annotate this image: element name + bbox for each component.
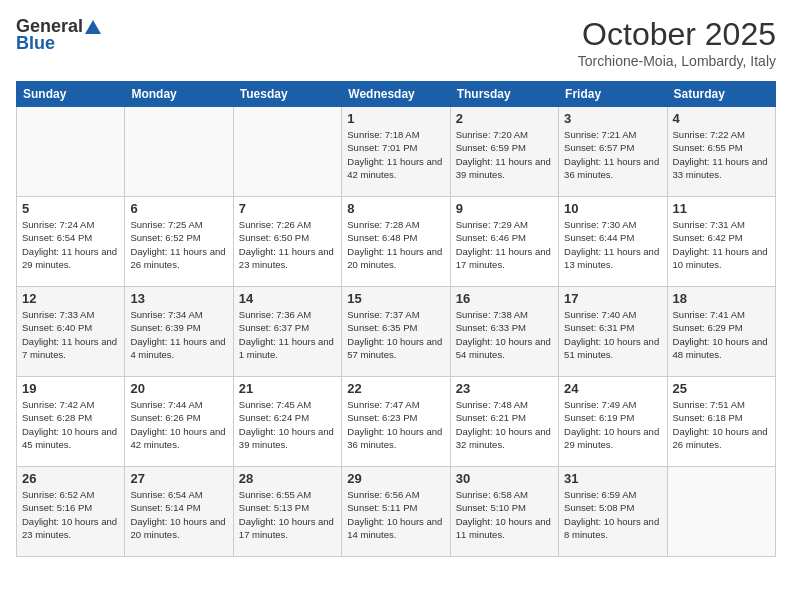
day-number: 21	[239, 381, 336, 396]
day-info: Sunrise: 7:44 AMSunset: 6:26 PMDaylight:…	[130, 398, 227, 451]
calendar-cell: 5Sunrise: 7:24 AMSunset: 6:54 PMDaylight…	[17, 197, 125, 287]
calendar-cell: 4Sunrise: 7:22 AMSunset: 6:55 PMDaylight…	[667, 107, 775, 197]
day-number: 7	[239, 201, 336, 216]
day-number: 25	[673, 381, 770, 396]
day-info: Sunrise: 7:36 AMSunset: 6:37 PMDaylight:…	[239, 308, 336, 361]
day-number: 22	[347, 381, 444, 396]
calendar-week-row: 26Sunrise: 6:52 AMSunset: 5:16 PMDayligh…	[17, 467, 776, 557]
logo-icon	[84, 18, 102, 36]
calendar-cell	[125, 107, 233, 197]
logo-blue-text: Blue	[16, 33, 55, 54]
day-number: 15	[347, 291, 444, 306]
location: Torchione-Moia, Lombardy, Italy	[578, 53, 776, 69]
calendar-cell: 13Sunrise: 7:34 AMSunset: 6:39 PMDayligh…	[125, 287, 233, 377]
calendar-cell: 7Sunrise: 7:26 AMSunset: 6:50 PMDaylight…	[233, 197, 341, 287]
day-info: Sunrise: 6:54 AMSunset: 5:14 PMDaylight:…	[130, 488, 227, 541]
weekday-header-monday: Monday	[125, 82, 233, 107]
calendar-cell: 1Sunrise: 7:18 AMSunset: 7:01 PMDaylight…	[342, 107, 450, 197]
calendar-cell: 31Sunrise: 6:59 AMSunset: 5:08 PMDayligh…	[559, 467, 667, 557]
day-info: Sunrise: 6:59 AMSunset: 5:08 PMDaylight:…	[564, 488, 661, 541]
day-number: 26	[22, 471, 119, 486]
calendar-week-row: 1Sunrise: 7:18 AMSunset: 7:01 PMDaylight…	[17, 107, 776, 197]
calendar-cell: 24Sunrise: 7:49 AMSunset: 6:19 PMDayligh…	[559, 377, 667, 467]
day-number: 24	[564, 381, 661, 396]
day-info: Sunrise: 7:51 AMSunset: 6:18 PMDaylight:…	[673, 398, 770, 451]
calendar-cell: 3Sunrise: 7:21 AMSunset: 6:57 PMDaylight…	[559, 107, 667, 197]
calendar-cell: 28Sunrise: 6:55 AMSunset: 5:13 PMDayligh…	[233, 467, 341, 557]
calendar-cell: 17Sunrise: 7:40 AMSunset: 6:31 PMDayligh…	[559, 287, 667, 377]
day-info: Sunrise: 6:58 AMSunset: 5:10 PMDaylight:…	[456, 488, 553, 541]
day-info: Sunrise: 7:26 AMSunset: 6:50 PMDaylight:…	[239, 218, 336, 271]
day-number: 13	[130, 291, 227, 306]
calendar-cell: 19Sunrise: 7:42 AMSunset: 6:28 PMDayligh…	[17, 377, 125, 467]
day-info: Sunrise: 7:42 AMSunset: 6:28 PMDaylight:…	[22, 398, 119, 451]
day-number: 23	[456, 381, 553, 396]
calendar-cell: 18Sunrise: 7:41 AMSunset: 6:29 PMDayligh…	[667, 287, 775, 377]
day-number: 27	[130, 471, 227, 486]
calendar-week-row: 19Sunrise: 7:42 AMSunset: 6:28 PMDayligh…	[17, 377, 776, 467]
day-info: Sunrise: 7:41 AMSunset: 6:29 PMDaylight:…	[673, 308, 770, 361]
day-number: 8	[347, 201, 444, 216]
weekday-header-thursday: Thursday	[450, 82, 558, 107]
day-number: 2	[456, 111, 553, 126]
calendar-table: SundayMondayTuesdayWednesdayThursdayFrid…	[16, 81, 776, 557]
weekday-header-sunday: Sunday	[17, 82, 125, 107]
day-info: Sunrise: 7:21 AMSunset: 6:57 PMDaylight:…	[564, 128, 661, 181]
day-info: Sunrise: 7:33 AMSunset: 6:40 PMDaylight:…	[22, 308, 119, 361]
month-title: October 2025	[578, 16, 776, 53]
calendar-cell: 25Sunrise: 7:51 AMSunset: 6:18 PMDayligh…	[667, 377, 775, 467]
day-number: 17	[564, 291, 661, 306]
logo: General Blue	[16, 16, 102, 54]
weekday-header-saturday: Saturday	[667, 82, 775, 107]
day-info: Sunrise: 7:20 AMSunset: 6:59 PMDaylight:…	[456, 128, 553, 181]
calendar-cell: 23Sunrise: 7:48 AMSunset: 6:21 PMDayligh…	[450, 377, 558, 467]
day-info: Sunrise: 7:47 AMSunset: 6:23 PMDaylight:…	[347, 398, 444, 451]
calendar-cell: 26Sunrise: 6:52 AMSunset: 5:16 PMDayligh…	[17, 467, 125, 557]
day-number: 5	[22, 201, 119, 216]
day-number: 29	[347, 471, 444, 486]
svg-marker-0	[85, 20, 101, 34]
calendar-week-row: 5Sunrise: 7:24 AMSunset: 6:54 PMDaylight…	[17, 197, 776, 287]
calendar-cell: 15Sunrise: 7:37 AMSunset: 6:35 PMDayligh…	[342, 287, 450, 377]
calendar-cell: 16Sunrise: 7:38 AMSunset: 6:33 PMDayligh…	[450, 287, 558, 377]
day-number: 19	[22, 381, 119, 396]
day-info: Sunrise: 7:34 AMSunset: 6:39 PMDaylight:…	[130, 308, 227, 361]
day-number: 6	[130, 201, 227, 216]
calendar-cell: 6Sunrise: 7:25 AMSunset: 6:52 PMDaylight…	[125, 197, 233, 287]
day-number: 18	[673, 291, 770, 306]
calendar-cell: 9Sunrise: 7:29 AMSunset: 6:46 PMDaylight…	[450, 197, 558, 287]
day-info: Sunrise: 7:18 AMSunset: 7:01 PMDaylight:…	[347, 128, 444, 181]
day-info: Sunrise: 7:37 AMSunset: 6:35 PMDaylight:…	[347, 308, 444, 361]
day-number: 31	[564, 471, 661, 486]
weekday-header-friday: Friday	[559, 82, 667, 107]
day-info: Sunrise: 6:56 AMSunset: 5:11 PMDaylight:…	[347, 488, 444, 541]
weekday-header-tuesday: Tuesday	[233, 82, 341, 107]
day-number: 10	[564, 201, 661, 216]
day-info: Sunrise: 7:38 AMSunset: 6:33 PMDaylight:…	[456, 308, 553, 361]
day-number: 12	[22, 291, 119, 306]
page-header: General Blue October 2025 Torchione-Moia…	[16, 16, 776, 69]
calendar-week-row: 12Sunrise: 7:33 AMSunset: 6:40 PMDayligh…	[17, 287, 776, 377]
calendar-cell	[667, 467, 775, 557]
calendar-cell	[233, 107, 341, 197]
day-number: 28	[239, 471, 336, 486]
calendar-cell: 27Sunrise: 6:54 AMSunset: 5:14 PMDayligh…	[125, 467, 233, 557]
day-info: Sunrise: 6:55 AMSunset: 5:13 PMDaylight:…	[239, 488, 336, 541]
day-info: Sunrise: 7:40 AMSunset: 6:31 PMDaylight:…	[564, 308, 661, 361]
calendar-cell: 21Sunrise: 7:45 AMSunset: 6:24 PMDayligh…	[233, 377, 341, 467]
day-info: Sunrise: 7:22 AMSunset: 6:55 PMDaylight:…	[673, 128, 770, 181]
calendar-cell: 11Sunrise: 7:31 AMSunset: 6:42 PMDayligh…	[667, 197, 775, 287]
day-info: Sunrise: 7:31 AMSunset: 6:42 PMDaylight:…	[673, 218, 770, 271]
day-number: 4	[673, 111, 770, 126]
calendar-cell: 2Sunrise: 7:20 AMSunset: 6:59 PMDaylight…	[450, 107, 558, 197]
weekday-header-row: SundayMondayTuesdayWednesdayThursdayFrid…	[17, 82, 776, 107]
calendar-cell: 30Sunrise: 6:58 AMSunset: 5:10 PMDayligh…	[450, 467, 558, 557]
day-number: 20	[130, 381, 227, 396]
day-info: Sunrise: 7:25 AMSunset: 6:52 PMDaylight:…	[130, 218, 227, 271]
calendar-cell: 29Sunrise: 6:56 AMSunset: 5:11 PMDayligh…	[342, 467, 450, 557]
calendar-cell: 10Sunrise: 7:30 AMSunset: 6:44 PMDayligh…	[559, 197, 667, 287]
day-number: 9	[456, 201, 553, 216]
day-info: Sunrise: 7:49 AMSunset: 6:19 PMDaylight:…	[564, 398, 661, 451]
calendar-cell: 22Sunrise: 7:47 AMSunset: 6:23 PMDayligh…	[342, 377, 450, 467]
day-number: 11	[673, 201, 770, 216]
